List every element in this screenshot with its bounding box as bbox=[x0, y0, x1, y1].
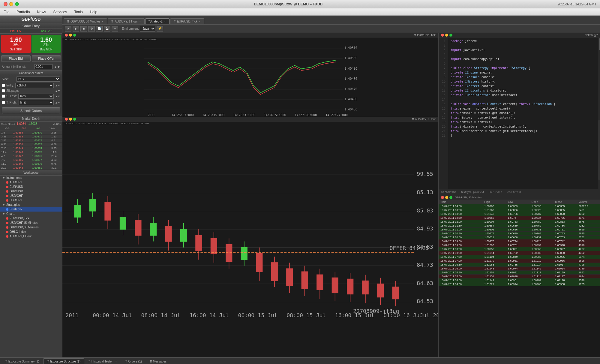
eurusd-chart-close-btn[interactable] bbox=[65, 34, 68, 37]
table-row: 18-07-2011 11:30 1.60854 1.60689 1.60762… bbox=[439, 224, 600, 227]
audjpy-chart-close-btn[interactable] bbox=[65, 118, 68, 121]
editor-min-btn[interactable] bbox=[445, 34, 448, 37]
tree-usdjpy[interactable]: USD/JPY bbox=[0, 198, 62, 203]
tab-audjpy-1h[interactable]: ⇈ AUD/JPY, 1 Hour ✕ bbox=[108, 18, 145, 24]
left-scrollbar[interactable] bbox=[598, 120, 600, 180]
sloss-select[interactable]: bids bbox=[18, 94, 54, 99]
code-scrollbar-thumb[interactable] bbox=[599, 38, 600, 50]
instruments-group[interactable]: ▼ Instruments bbox=[0, 176, 62, 180]
strategies-group[interactable]: ▼ Strategies bbox=[0, 203, 62, 207]
svg-rect-56 bbox=[196, 235, 202, 250]
place-offer-button[interactable]: Place Offer bbox=[32, 55, 61, 62]
entry-spinner-icon[interactable]: ▲▼ bbox=[55, 84, 60, 87]
toolbar-btn-2[interactable]: ▶ bbox=[73, 26, 79, 32]
sell-price-box[interactable]: 1.60 35 5 Sell GBP bbox=[1, 35, 31, 53]
menu-portfolio[interactable]: Portfolio bbox=[15, 9, 31, 15]
menu-news[interactable]: News bbox=[36, 9, 47, 15]
amount-input[interactable] bbox=[34, 64, 52, 69]
toolbar-btn-1[interactable]: ⟳ bbox=[65, 26, 71, 32]
tab-eurusd-tick[interactable]: ⇈ EUR/USD, Tick ✕ bbox=[170, 18, 204, 24]
code-text[interactable]: package jforex; import java.util.*; impo… bbox=[448, 38, 598, 189]
eurusd-chart-area[interactable]: 1.40510 1.40500 1.40490 1.40480 1.40470 … bbox=[62, 41, 438, 117]
table-controls[interactable] bbox=[441, 196, 452, 199]
tab-gbpusd-30m[interactable]: ⇈ GBP/USD, 30 Minutes ✕ bbox=[64, 18, 107, 24]
close-button[interactable] bbox=[4, 2, 8, 6]
tree-eurusd[interactable]: EUR/USD bbox=[0, 185, 62, 189]
amount-spinner-icon[interactable]: ▲▼ bbox=[54, 65, 60, 69]
toolbar-btn-5[interactable]: 📄 bbox=[96, 26, 103, 32]
toolbar-btn-3[interactable]: ■ bbox=[80, 26, 87, 32]
menu-file[interactable]: File bbox=[2, 9, 10, 15]
tab-strategy2-close[interactable]: ✕ bbox=[164, 20, 166, 23]
cell-low: 1.60931 bbox=[506, 259, 530, 263]
tprofit-spinner-icon[interactable]: ▲▼ bbox=[55, 101, 60, 104]
minimize-button[interactable] bbox=[9, 2, 13, 6]
tree-usdchf[interactable]: USD/CHF bbox=[0, 194, 62, 198]
menu-help[interactable]: Help bbox=[88, 9, 98, 15]
menu-tools[interactable]: Tools bbox=[73, 9, 84, 15]
env-select[interactable]: Java bbox=[140, 26, 155, 32]
submit-orders-button[interactable]: Submit Orders bbox=[2, 107, 60, 114]
tab-audjpy-close[interactable]: ✕ bbox=[139, 20, 141, 23]
place-bid-button[interactable]: Place Bid bbox=[1, 55, 31, 62]
slippage-checkbox[interactable] bbox=[2, 89, 5, 92]
editor-max-btn[interactable] bbox=[449, 34, 452, 37]
table-min-btn[interactable] bbox=[445, 196, 448, 199]
tree-strategy2[interactable]: Strategy2 bbox=[0, 207, 62, 212]
tab-gbpusd-close[interactable]: ✕ bbox=[101, 20, 104, 23]
audjpy-chart-controls[interactable] bbox=[65, 118, 76, 121]
audjpy-chart-max-btn[interactable] bbox=[73, 118, 76, 121]
tree-ohlc[interactable]: OHLC Index bbox=[0, 230, 62, 234]
code-content-area[interactable]: 12345678910111213141516171819202122 pack… bbox=[439, 38, 600, 189]
tab-messages[interactable]: ⇈ Messages bbox=[146, 358, 170, 364]
entry-checkbox[interactable] bbox=[2, 84, 5, 87]
audjpy-chart-min-btn[interactable] bbox=[69, 118, 72, 121]
tab-orders[interactable]: ⇈ Orders (1) bbox=[121, 358, 146, 364]
tree-audjpy[interactable]: AUD/JPY bbox=[0, 180, 62, 185]
tree-usdchf-15m[interactable]: USD/CHF,15 Minutes bbox=[0, 221, 62, 225]
tree-gbpusd-30m[interactable]: GBP/USD,30 Minutes bbox=[0, 225, 62, 230]
tprofit-select[interactable]: limit bbox=[19, 100, 54, 105]
window-controls[interactable] bbox=[4, 2, 19, 6]
sloss-checkbox[interactable] bbox=[2, 95, 5, 98]
depth-bid-price: 1.60345 bbox=[12, 158, 31, 162]
code-line: this.userInterface = context.getUserInte… bbox=[451, 129, 596, 133]
historical-tester-close[interactable]: ✕ bbox=[115, 360, 117, 363]
toolbar-btn-6[interactable]: 💾 bbox=[104, 26, 110, 32]
cell-volume: 4232 bbox=[577, 224, 600, 227]
tab-exposure-structure[interactable]: ⇈ Exposure Structure (1) bbox=[43, 358, 84, 364]
tree-audjpy-1h[interactable]: AUD/JPY,1 Hour bbox=[0, 234, 62, 239]
sloss-spinner-icon[interactable]: ▲▼ bbox=[55, 95, 60, 98]
cell-open: 1.60789 bbox=[530, 220, 553, 224]
tab-strategy2[interactable]: *Strategy2 ✕ bbox=[145, 18, 170, 24]
eurusd-chart-controls[interactable] bbox=[65, 34, 76, 37]
maximize-button[interactable] bbox=[15, 2, 19, 6]
side-select[interactable]: BUYSELL bbox=[16, 77, 60, 82]
tprofit-checkbox[interactable] bbox=[2, 101, 5, 104]
slippage-spinner-icon[interactable]: ▲▼ bbox=[55, 89, 60, 92]
entry-select[interactable]: @MKT bbox=[15, 83, 54, 88]
tab-exposure-summary[interactable]: ⇈ Exposure Summary (1) bbox=[1, 358, 43, 364]
buy-price-box[interactable]: 1.60 37 0 Buy GBP bbox=[32, 35, 61, 53]
audjpy-chart-area[interactable]: 99.55 85.13 85.03 84.93 84.83 84.73 84.6… bbox=[62, 125, 438, 357]
toolbar-btn-7[interactable]: ✂ bbox=[112, 26, 118, 32]
bid-ask-row: Bid 1.5 Ask 2.2 bbox=[0, 29, 62, 34]
toolbar-btn-8[interactable]: ⚡ bbox=[157, 26, 163, 32]
toolbar-btn-4[interactable]: ⚙ bbox=[88, 26, 95, 32]
tab-historical-tester[interactable]: ⇈ Historical Tester ✕ bbox=[84, 358, 121, 364]
table-scroll-area[interactable]: Time High Low Open Close Volume 18-07-20… bbox=[439, 200, 600, 355]
table-close-btn[interactable] bbox=[441, 196, 444, 199]
menu-services[interactable]: Services bbox=[52, 9, 68, 15]
cell-time: 18-07-2011 09:30 bbox=[439, 239, 482, 243]
eurusd-chart-min-btn[interactable] bbox=[69, 34, 72, 37]
editor-close-btn[interactable] bbox=[441, 34, 444, 37]
tree-gbpusd[interactable]: GBP/USD bbox=[0, 189, 62, 194]
table-max-btn[interactable] bbox=[449, 196, 452, 199]
cell-close: 1.60761 bbox=[553, 227, 577, 231]
tab-eurusd-close[interactable]: ✕ bbox=[199, 20, 201, 23]
charts-group[interactable]: ▼ Charts bbox=[0, 212, 62, 216]
cell-high: 1.61048 bbox=[482, 212, 506, 216]
eurusd-chart-max-btn[interactable] bbox=[73, 34, 76, 37]
tree-eurusd-tick[interactable]: EUR/USD,Tick bbox=[0, 216, 62, 221]
editor-controls[interactable] bbox=[441, 34, 452, 37]
